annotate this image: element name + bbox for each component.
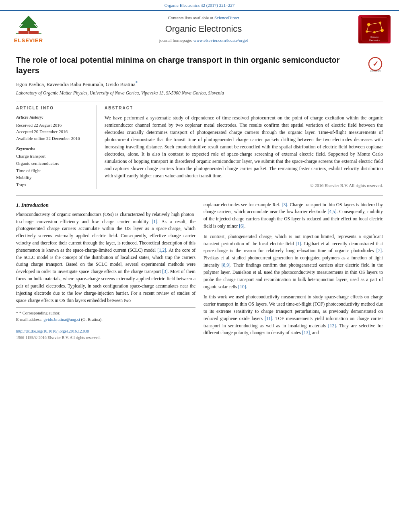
crossmark-icon: ✓ CrossMark [367,56,384,73]
footnote-area: * * Corresponding author. E-mail address… [16,307,195,323]
section1-number: 1. [16,202,20,208]
homepage-label: journal homepage: [159,38,192,43]
keywords-label: Keywords: [16,146,90,152]
keyword-2: Organic semiconductors [16,160,90,167]
article-title: The role of local potential minima on ch… [16,55,363,76]
footnote-corresponding-label: * Corresponding author. [19,311,60,315]
body-left-column: 1. Introduction Photoconductivity of org… [16,201,195,341]
elsevier-label: ELSEVIER [14,37,43,44]
ref-10: [10] [238,284,246,289]
main-content: The role of local potential minima on ch… [0,48,399,349]
footer-issn: 1566-1199/© 2016 Elsevier B.V. All right… [16,335,195,341]
body-para-right-3: In this work we used photoconductivity m… [204,294,383,337]
svg-text:CrossMark: CrossMark [370,70,381,72]
body-right-column: coplanar electrodes see for example Ref.… [204,201,383,341]
elsevier-logo-area: ELSEVIER [6,14,51,44]
elsevier-logo: ELSEVIER [12,14,45,44]
ref-11: [11] [265,316,272,321]
footnote-email-suffix: (G. Bratina). [81,317,103,322]
svg-text:✓: ✓ [372,60,378,68]
contents-line: Contents lists available at ScienceDirec… [55,15,352,21]
section-divider [16,195,383,196]
ref-4-5: [4,5] [328,209,337,214]
journal-reference-bar: Organic Electronics 42 (2017) 221–227 [0,0,399,10]
abstract-text: We have performed a systematic study of … [105,114,383,179]
journal-badge: Organic Electronics [358,15,391,43]
body-para-right-2: In contrast, photogenerated charge, whic… [204,233,383,291]
page-footer: http://dx.doi.org/10.1016/j.orgel.2016.1… [16,329,195,341]
keyword-5: Traps [16,181,90,189]
corresponding-author-mark: * [136,80,138,85]
body-para-1: Photoconductivity of organic semiconduct… [16,211,195,304]
abstract-label: ABSTRACT [105,105,383,111]
accepted-date: Accepted 20 December 2016 [16,128,90,135]
ref-12: [12] [328,323,336,328]
homepage-url[interactable]: www.elsevier.com/locate/orgel [193,38,248,43]
journal-title: Organic Electronics [55,23,352,35]
doi-link[interactable]: http://dx.doi.org/10.1016/j.orgel.2016.1… [16,329,89,333]
footnote-star: * [16,311,19,315]
copyright-line: © 2016 Elsevier B.V. All rights reserved… [105,183,383,189]
homepage-line: journal homepage: www.elsevier.com/locat… [55,37,352,43]
article-info-column: ARTICLE INFO Article history: Received 2… [16,105,97,189]
received-date: Received 22 August 2016 [16,122,90,129]
footnote-corresponding: * * Corresponding author. [16,310,195,316]
body-para-right-1: coplanar electrodes see for example Ref.… [204,201,383,230]
badge-icon: Organic Electronics [360,17,389,42]
section1-title: Introduction [21,202,49,208]
keyword-1: Charge transport [16,153,90,160]
available-date: Available online 22 December 2016 [16,135,90,142]
svg-text:Electronics: Electronics [369,39,380,41]
footnote-email-link[interactable]: gvido.bratina@ung.si [43,317,80,322]
journal-badge-area: Organic Electronics [356,15,393,43]
header-center: Contents lists available at ScienceDirec… [55,15,352,44]
journal-reference-text: Organic Electronics 42 (2017) 221–227 [165,3,235,8]
sciencedirect-link[interactable]: ScienceDirect [214,15,239,20]
keyword-4: Mobility [16,174,90,181]
history-label: Article history: [16,114,90,120]
footnote-email-line: E-mail address: gvido.bratina@ung.si (G.… [16,316,195,323]
ref-1: [1] [152,219,157,224]
contents-label: Contents lists available at [168,15,213,20]
info-abstract-section: ARTICLE INFO Article history: Received 2… [16,101,383,189]
ref-8-9: [8,9] [222,263,230,267]
ref-7: [7] [376,248,382,253]
ref-13: [13] [302,330,310,335]
ref-3: [3] [162,269,167,274]
crossmark-badge: ✓ CrossMark [367,56,383,72]
journal-header: ELSEVIER Contents lists available at Sci… [0,10,399,48]
elsevier-tree-icon [12,14,45,36]
ref-1-2: [1,2] [157,248,166,253]
authors-text: Egon Pavlica, Raveendra Babu Penumala, G… [16,81,136,87]
footnote-email-label: E-mail address: [16,317,43,322]
ref-6: [6] [239,224,244,228]
article-info-label: ARTICLE INFO [16,105,90,111]
article-title-section: The role of local potential minima on ch… [16,55,383,76]
svg-text:Organic: Organic [370,36,378,38]
authors-line: Egon Pavlica, Raveendra Babu Penumala, G… [16,80,383,88]
section1-heading: 1. Introduction [16,201,195,209]
abstract-column: ABSTRACT We have performed a systematic … [105,105,383,189]
body-content: 1. Introduction Photoconductivity of org… [16,201,383,341]
ref-3b: [3] [282,202,287,207]
ref-1c: [1] [296,241,301,246]
keyword-3: Time of flight [16,167,90,175]
affiliation-line: Laboratory of Organic Matter Physics, Un… [16,90,383,96]
